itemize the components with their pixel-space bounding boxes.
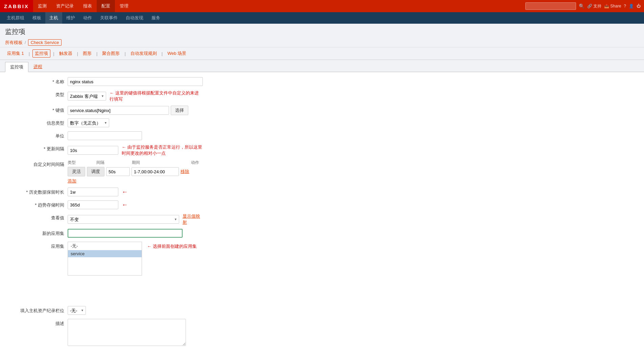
- page-title: 监控项: [0, 24, 644, 38]
- schedule-btn[interactable]: 调度: [87, 167, 104, 176]
- search-icon: 🔍: [579, 3, 585, 9]
- history-label: * 历史数据保留时长: [7, 188, 68, 195]
- type-select-wrapper: Zabbix 客户端: [68, 92, 106, 101]
- form: * 名称 类型 Zabbix 客户端 ← 这里的键值得根据配置文件中自定义的来进…: [0, 72, 644, 349]
- header-interval: 间隔: [96, 160, 130, 166]
- sub-nav-hostgroups[interactable]: 主机群组: [3, 12, 28, 24]
- update-interval-row: * 更新间隔 ← 由于监控服务是否正常运行，所以这里时间更改的相对小一点: [7, 144, 637, 156]
- app-set-list: -无- service: [68, 242, 142, 276]
- app-set-control: -无- service ← 选择前面创建的应用集: [68, 242, 197, 276]
- breadcrumb-current[interactable]: Check Service: [28, 39, 62, 46]
- nav-item-reports[interactable]: 报表: [78, 0, 97, 12]
- breadcrumb: 所有模板 / Check Service: [0, 38, 644, 47]
- show-value-label: 查看值: [7, 213, 68, 221]
- help-icon[interactable]: ?: [624, 4, 626, 8]
- type-select[interactable]: Zabbix 客户端: [68, 92, 106, 101]
- nav-item-manage[interactable]: 管理: [115, 0, 133, 12]
- tab-monitors[interactable]: 监控项: [32, 49, 50, 58]
- update-interval-input[interactable]: [68, 146, 118, 155]
- new-app-set-input[interactable]: [68, 229, 183, 238]
- tab-auto-discovery[interactable]: 自动发现规则: [128, 50, 159, 57]
- new-app-set-row: 新的应用集: [7, 229, 637, 238]
- type-label: 类型: [7, 90, 68, 98]
- new-app-set-label: 新的应用集: [7, 229, 68, 237]
- interval-input[interactable]: [106, 167, 130, 176]
- header-type: 类型: [68, 160, 95, 166]
- name-input[interactable]: [68, 77, 203, 86]
- app-set-label: 应用集: [7, 242, 68, 249]
- unit-control: [68, 131, 203, 140]
- breadcrumb-all-templates[interactable]: 所有模板: [5, 40, 23, 46]
- update-interval-label: * 更新间隔: [7, 144, 68, 152]
- tab-web-scenarios[interactable]: Web 场景: [165, 50, 188, 57]
- tab-app-sets[interactable]: 应用集 1: [5, 50, 26, 57]
- app-list-spacer: [7, 279, 637, 306]
- app-tabs: 应用集 1 | 监控项 | 触发器 | 图形 | 聚合图形 | 自动发现规则 |…: [0, 47, 644, 60]
- info-type-select[interactable]: 数字（无正负）: [68, 118, 109, 127]
- form-area: * 名称 类型 Zabbix 客户端 ← 这里的键值得根据配置文件中自定义的来进…: [0, 72, 644, 349]
- app-item-service[interactable]: service: [68, 250, 142, 257]
- remove-link[interactable]: 移除: [181, 169, 189, 175]
- nav-item-config[interactable]: 配置: [97, 0, 115, 12]
- key-label: * 键值: [7, 106, 68, 113]
- tab-triggers[interactable]: 触发器: [57, 50, 74, 57]
- desc-textarea[interactable]: [68, 319, 186, 346]
- custom-time-row: 自定义时间间隔 类型 间隔 期间 动作 灵活 调度 移除: [7, 160, 637, 184]
- sub-nav-discovery[interactable]: 自动发现: [122, 12, 147, 24]
- nav-item-assets[interactable]: 资产记录: [51, 0, 78, 12]
- desc-row: 描述: [7, 319, 637, 347]
- key-select-btn[interactable]: 选择: [171, 106, 188, 115]
- user-icon[interactable]: 👤: [629, 4, 634, 8]
- key-control: 选择: [68, 106, 203, 115]
- tab-aggregate-graphs[interactable]: 聚合图形: [100, 50, 122, 57]
- app-item-none[interactable]: -无-: [68, 242, 142, 250]
- search-input[interactable]: [525, 2, 576, 10]
- value-mapping-link[interactable]: 显示值映射: [183, 213, 203, 225]
- update-interval-annotation: ← 由于监控服务是否正常运行，所以这里时间更改的相对小一点: [122, 144, 203, 156]
- share-link[interactable]: 📤 Share: [604, 4, 621, 8]
- custom-time-row-1: 灵活 调度 移除: [68, 167, 211, 176]
- sub-nav-events[interactable]: 关联事件: [96, 12, 122, 24]
- trend-label: * 趋势存储时间: [7, 200, 68, 208]
- sub-nav-actions[interactable]: 动作: [79, 12, 96, 24]
- tab-graphs[interactable]: 图形: [81, 50, 94, 57]
- header-period: 期间: [132, 160, 189, 166]
- desc-control: [68, 319, 203, 347]
- fill-inventory-select-wrapper: -无-: [68, 306, 86, 315]
- type-row: 类型 Zabbix 客户端 ← 这里的键值得根据配置文件中自定义的来进行填写: [7, 90, 637, 102]
- inner-tabs: 监控项 进程: [0, 60, 644, 72]
- sub-nav-templates[interactable]: 模板: [28, 12, 45, 24]
- app-set-list-wrapper: -无- service: [68, 242, 142, 276]
- logout-icon[interactable]: ⏻: [637, 4, 641, 8]
- history-row: * 历史数据保留时长 ←: [7, 188, 637, 197]
- history-control: ←: [68, 188, 203, 196]
- fill-inventory-select[interactable]: -无-: [68, 306, 86, 315]
- sub-nav-services[interactable]: 服务: [147, 12, 164, 24]
- add-time-link[interactable]: 添加: [68, 178, 76, 183]
- sub-nav-hosts[interactable]: 主机: [45, 12, 62, 24]
- name-label: * 名称: [7, 77, 68, 85]
- sub-nav-maintenance[interactable]: 维护: [62, 12, 79, 24]
- trend-input[interactable]: [68, 200, 118, 209]
- show-value-select[interactable]: 不变: [68, 215, 179, 224]
- tab-monitor-item[interactable]: 监控项: [5, 62, 28, 72]
- top-nav-items: 监测 资产记录 报表 配置 管理: [33, 0, 133, 12]
- trend-row: * 趋势存储时间 ←: [7, 200, 637, 210]
- custom-time-headers: 类型 间隔 期间 动作: [68, 160, 211, 166]
- history-input[interactable]: [68, 188, 118, 196]
- tab-process[interactable]: 进程: [28, 62, 47, 72]
- header-action: 动作: [191, 160, 211, 166]
- support-link[interactable]: 🔗 支持: [587, 3, 601, 9]
- history-arrow: ←: [122, 189, 128, 196]
- breadcrumb-separator: /: [25, 40, 26, 45]
- type-annotation: ← 这里的键值得根据配置文件中自定义的来进行填写: [110, 90, 203, 102]
- info-type-label: 信息类型: [7, 118, 68, 126]
- period-input[interactable]: [132, 167, 179, 176]
- trend-control: ←: [68, 200, 203, 209]
- key-input[interactable]: [68, 106, 169, 115]
- unit-input[interactable]: [68, 131, 142, 140]
- flexible-btn[interactable]: 灵活: [68, 167, 85, 176]
- show-value-row: 查看值 不变 显示值映射: [7, 213, 637, 225]
- key-row: * 键值 选择: [7, 106, 637, 115]
- nav-item-monitor[interactable]: 监测: [33, 0, 51, 12]
